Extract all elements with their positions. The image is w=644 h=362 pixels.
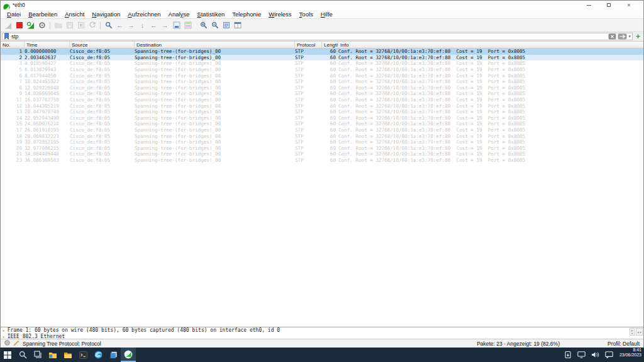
resize-columns-button[interactable] bbox=[232, 20, 243, 31]
packet-row[interactable]: 1930.072952105Cisco_de:f8:05Spanning-tre… bbox=[1, 139, 643, 145]
packet-row[interactable]: 2032.077006215Cisco_de:f8:05Spanning-tre… bbox=[1, 145, 643, 152]
terminal-button[interactable] bbox=[75, 348, 91, 362]
details-scroll-widgets: ▲▼ ◀▶ bbox=[630, 328, 643, 336]
maximize-button[interactable] bbox=[606, 2, 612, 8]
taskbar-clock[interactable]: 8:41 23/06/2023 bbox=[617, 348, 644, 362]
packet-row[interactable]: 1218.044305219Cisco_de:f8:05Spanning-tre… bbox=[1, 103, 643, 109]
display-filter-input[interactable]: stp ▾ bbox=[2, 33, 633, 40]
first-packet-button[interactable]: ← bbox=[148, 20, 159, 31]
previous-packet-button[interactable]: ← bbox=[114, 20, 125, 31]
packet-row[interactable]: 2134.084409448Cisco_de:f8:05Spanning-tre… bbox=[1, 151, 643, 157]
column-header-info[interactable]: Info bbox=[338, 42, 643, 48]
packet-row[interactable]: 1320.047979749Cisco_de:f8:05Spanning-tre… bbox=[1, 109, 643, 115]
menu-bearbeiten[interactable]: Bearbeiten bbox=[25, 10, 61, 18]
packet-row[interactable]: 10.000000000Cisco_de:f8:05Spanning-tree-… bbox=[1, 48, 643, 55]
menu-analyse[interactable]: Analyse bbox=[165, 10, 194, 18]
profile-text[interactable]: Profil: Default bbox=[608, 341, 640, 347]
horizontal-scroll-buttons[interactable]: ◀▶ bbox=[636, 328, 643, 336]
packet-cell: 60 bbox=[322, 109, 338, 115]
auto-scroll-toggle[interactable] bbox=[171, 20, 182, 31]
go-to-packet-button[interactable]: ↓ bbox=[137, 20, 148, 31]
wireshark-taskbar-button[interactable] bbox=[121, 348, 136, 362]
packet-row[interactable]: 812.029229048Cisco_de:f8:05Spanning-tree… bbox=[1, 85, 643, 91]
packet-cell: Conf. Root = 32768/10/00:1a:e3:70:ef:80 … bbox=[338, 67, 643, 72]
packet-cell: STP bbox=[295, 133, 322, 139]
menu-tools[interactable]: Tools bbox=[296, 10, 317, 18]
filter-value[interactable]: stp bbox=[11, 33, 606, 40]
apply-filter-icon[interactable] bbox=[618, 31, 627, 42]
status-field-text: Spanning Tree Protocol: Protocol bbox=[23, 341, 101, 347]
detail-tree-item[interactable]: ▸IEEE 802.3 Ethernet bbox=[1, 334, 643, 339]
notifications-tray-icon[interactable] bbox=[605, 351, 613, 358]
packet-cell: STP bbox=[295, 73, 322, 79]
zoom-100-button[interactable] bbox=[221, 20, 231, 31]
layered-app-button[interactable] bbox=[106, 348, 121, 362]
find-packet-button[interactable] bbox=[103, 20, 114, 31]
capture-comment-icon[interactable] bbox=[13, 340, 19, 348]
display-tray-icon[interactable] bbox=[577, 351, 586, 358]
packet-row[interactable]: 914.036669045Cisco_de:f8:05Spanning-tree… bbox=[1, 91, 643, 97]
close-button[interactable]: × bbox=[626, 2, 632, 8]
packet-cell: 60 bbox=[322, 67, 338, 72]
next-packet-button[interactable]: → bbox=[126, 20, 136, 31]
menu-datei[interactable]: Datei bbox=[3, 10, 25, 18]
add-filter-button[interactable]: + bbox=[634, 33, 642, 41]
packet-row[interactable]: 34.010590427Cisco_de:f8:05Spanning-tree-… bbox=[1, 60, 643, 67]
column-header-time[interactable]: Time bbox=[25, 42, 70, 48]
stop-capture-button[interactable] bbox=[14, 20, 25, 31]
packet-row[interactable]: 710.024465922Cisco_de:f8:05Spanning-tree… bbox=[1, 79, 643, 85]
packet-row[interactable]: 1726.061910393Cisco_de:f8:05Spanning-tre… bbox=[1, 127, 643, 133]
edge-button[interactable] bbox=[91, 348, 106, 362]
packet-cell: 30.072952105 bbox=[25, 139, 70, 145]
packet-row[interactable]: 56.013029943Cisco_de:f8:05Spanning-tree-… bbox=[1, 67, 643, 73]
last-packet-button[interactable]: → bbox=[160, 20, 170, 31]
menu-statistiken[interactable]: Statistiken bbox=[193, 10, 228, 18]
menu-aufzeichnen[interactable]: Aufzeichnen bbox=[124, 10, 164, 18]
minimize-button[interactable] bbox=[586, 2, 592, 8]
taskbar-search-button[interactable] bbox=[15, 348, 30, 362]
menu-navigation[interactable]: Navigation bbox=[88, 10, 124, 18]
volume-tray-icon[interactable] bbox=[591, 351, 599, 358]
menu-wireless[interactable]: Wireless bbox=[265, 10, 295, 18]
zoom-in-button[interactable] bbox=[198, 20, 209, 31]
vertical-scroll-buttons[interactable]: ▲▼ bbox=[630, 328, 635, 336]
packet-row[interactable]: 68.017944050Cisco_de:f8:05Spanning-tree-… bbox=[1, 72, 643, 79]
packet-cell: Spanning-tree-(for-bridges)_00 bbox=[135, 67, 295, 72]
menu-ansicht[interactable]: Ansicht bbox=[61, 10, 88, 18]
packet-cell: Conf. Root = 32768/10/00:1a:e3:70:ef:80 … bbox=[338, 121, 643, 127]
file-explorer-button[interactable] bbox=[60, 348, 75, 362]
filter-dropdown-icon[interactable]: ▾ bbox=[628, 34, 631, 39]
wireshark-window: *eth0 × DateiBearbeitenAnsichtNavigation… bbox=[0, 0, 644, 348]
menu-hilfe[interactable]: Hilfe bbox=[317, 10, 336, 18]
column-header-protocol[interactable]: Protocol bbox=[295, 42, 322, 48]
column-header-source[interactable]: Source bbox=[70, 42, 135, 48]
start-button[interactable] bbox=[0, 348, 15, 362]
column-header-no[interactable]: No. bbox=[1, 42, 25, 48]
packet-row[interactable]: 1116.037762750Cisco_de:f8:05Spanning-tre… bbox=[1, 97, 643, 103]
clear-filter-icon[interactable] bbox=[608, 31, 616, 42]
taskbar-folder-pinned[interactable] bbox=[45, 348, 60, 362]
restart-capture-button[interactable] bbox=[25, 20, 36, 31]
packet-row[interactable]: 2336.086369583Cisco_de:f8:05Spanning-tre… bbox=[1, 157, 643, 164]
packet-row[interactable]: 1422.052043490Cisco_de:f8:05Spanning-tre… bbox=[1, 115, 643, 122]
packet-cell: 1 bbox=[1, 48, 25, 54]
zoom-out-button[interactable] bbox=[209, 20, 220, 31]
expert-info-icon[interactable] bbox=[4, 340, 10, 347]
capture-options-button[interactable] bbox=[36, 20, 47, 31]
menu-telephonie[interactable]: Telephonie bbox=[228, 10, 265, 18]
column-header-length[interactable]: Length bbox=[322, 42, 338, 48]
packet-row[interactable]: 1828.069032223Cisco_de:f8:05Spanning-tre… bbox=[1, 133, 643, 139]
packet-cell: STP bbox=[295, 139, 322, 145]
column-header-destination[interactable]: Destination bbox=[135, 42, 295, 48]
colorize-toggle[interactable] bbox=[182, 20, 193, 31]
sync-tray-icon[interactable] bbox=[564, 351, 572, 359]
expand-arrow-icon[interactable]: ▸ bbox=[3, 334, 5, 339]
detail-tree-item[interactable]: ▸Frame 1: 60 bytes on wire (480 bits), 6… bbox=[1, 327, 643, 334]
filter-bookmark-icon[interactable] bbox=[4, 31, 9, 42]
expand-arrow-icon[interactable]: ▸ bbox=[3, 327, 5, 334]
packet-cell: 60 bbox=[322, 60, 338, 66]
packet-row[interactable]: 1524.060076210Cisco_de:f8:05Spanning-tre… bbox=[1, 121, 643, 127]
packet-cell: Conf. Root = 32768/10/00:1a:e3:70:ef:80 … bbox=[338, 60, 643, 66]
task-view-button[interactable] bbox=[30, 348, 45, 362]
packet-row[interactable]: 22.003462637Cisco_de:f8:05Spanning-tree-… bbox=[1, 55, 643, 61]
